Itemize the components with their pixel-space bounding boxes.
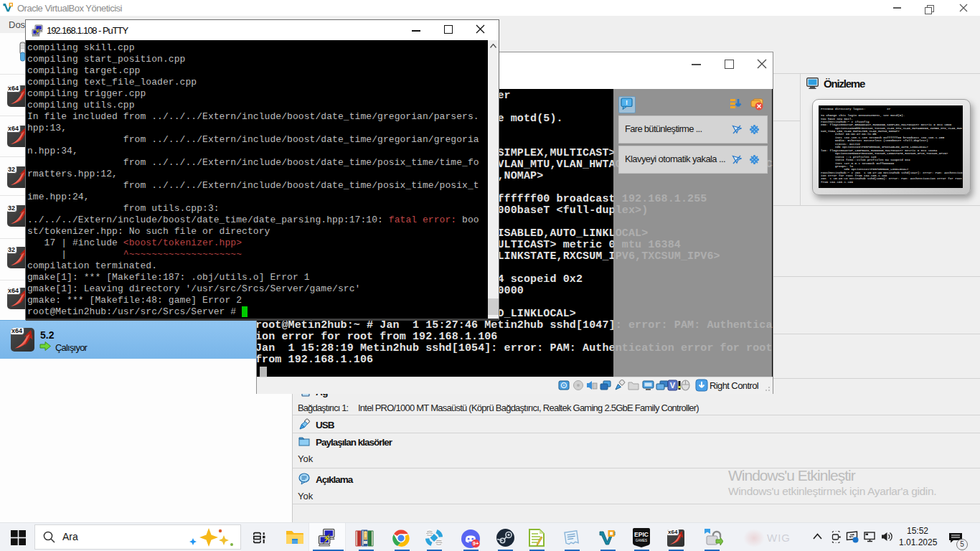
svg-text:9+: 9+ <box>473 540 479 547</box>
svg-text:V: V <box>670 381 676 390</box>
svg-text:!: ! <box>626 99 628 106</box>
svg-text:EPIC: EPIC <box>634 531 649 538</box>
svg-text:GAMES: GAMES <box>636 539 647 542</box>
